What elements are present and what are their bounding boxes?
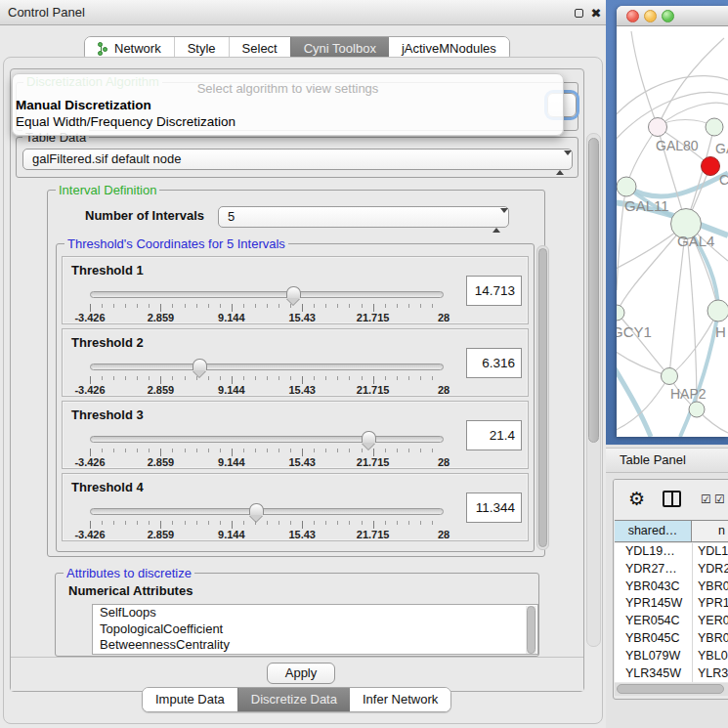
settings-scrollbar[interactable] [586, 133, 601, 647]
node-label: GAL4 [677, 233, 714, 249]
slider-track[interactable] [90, 508, 444, 515]
settings-viewport: Interval Definition Number of Intervals … [11, 182, 583, 657]
node-label: GAL80 [656, 138, 699, 153]
table-toolbar: ⚙ ☑ ☑ [614, 480, 728, 519]
tick-label: 15.43 [288, 456, 316, 468]
tick-label: 2.859 [148, 384, 175, 396]
node-label: GA [715, 141, 728, 156]
number-of-intervals-combobox[interactable]: 5 [218, 206, 509, 228]
slider-handle[interactable] [362, 431, 376, 450]
spinner-icon [492, 211, 501, 231]
gear-icon[interactable]: ⚙ [628, 488, 645, 510]
slider-track[interactable] [90, 364, 444, 370]
table-header-row: shared… n [615, 520, 728, 542]
table-panel-region: Table Panel ⚙ ☑ ☑ shared… n YDL19…YDL1 Y… [606, 445, 728, 728]
node-label: HAP2 [670, 386, 707, 402]
table-row[interactable]: YBR045CYBR0 [615, 630, 728, 648]
dropdown-option-equal-width[interactable]: Equal Width/Frequency Discretization [16, 114, 236, 129]
bottom-tabstrip: Impute Data Discretize Data Infer Networ… [142, 687, 451, 712]
slider-track[interactable] [90, 436, 444, 443]
table-row[interactable]: YPR145WYPR1 [615, 595, 728, 613]
thresholds-scrollbar[interactable] [536, 245, 549, 550]
checkbox-icon[interactable]: ☑ [701, 492, 711, 506]
tick-label: 28 [438, 456, 450, 468]
minimize-traffic-icon[interactable] [644, 10, 657, 22]
numerical-attributes-list[interactable]: SelfLoops TopologicalCoefficient Between… [92, 604, 538, 655]
list-item[interactable]: SelfLoops [93, 605, 537, 621]
slider-handle[interactable] [249, 503, 264, 522]
threshold-value-field[interactable]: 6.316 [466, 348, 522, 378]
thresholds-group: Threshold's Coordinates for 5 Intervals … [56, 243, 535, 552]
column-header-shared-name[interactable]: shared… [615, 521, 692, 541]
close-traffic-icon[interactable] [626, 10, 639, 22]
column-header-name[interactable]: n [692, 521, 728, 541]
table-row[interactable]: YDR27…YDR2 [615, 561, 728, 578]
tab-impute-data[interactable]: Impute Data [143, 688, 237, 711]
tick-label: -3.426 [74, 529, 105, 540]
table-row[interactable]: YBL079WYBL0 [615, 648, 728, 665]
tick-marks-major [90, 449, 444, 456]
checkbox-icon[interactable]: ☑ [714, 492, 725, 506]
network-window: GAL80 GA C GAL11 GAL4 GCY1 H HAP2 [617, 6, 728, 437]
control-panel-titlebar: Control Panel ✖ [0, 0, 606, 25]
table-row[interactable]: YDL19…YDL1 [615, 543, 728, 561]
number-of-intervals-label: Number of Intervals [85, 208, 204, 223]
slider-handle[interactable] [193, 359, 207, 377]
table-hscrollbar[interactable] [615, 683, 728, 696]
threshold-1-panel: Threshold 1 -3.426 2.859 9.144 15.43 21.… [62, 256, 529, 324]
slider-track[interactable] [90, 291, 444, 298]
tick-label: 21.715 [357, 456, 390, 468]
list-scrollbar[interactable] [526, 606, 536, 654]
threshold-label: Threshold 2 [71, 335, 144, 350]
dropdown-option-manual[interactable]: Manual Discretization [16, 98, 151, 112]
tick-label: 9.144 [218, 384, 245, 396]
interval-definition-group: Interval Definition Number of Intervals … [47, 190, 545, 557]
network-canvas[interactable]: GAL80 GA C GAL11 GAL4 GCY1 H HAP2 [617, 26, 728, 437]
tick-label: 15.43 [288, 312, 316, 323]
table-row[interactable]: YBR043CYBR0 [615, 578, 728, 596]
threshold-value-field[interactable]: 14.713 [466, 276, 522, 306]
node-label: GAL11 [624, 197, 669, 214]
network-window-titlebar[interactable] [617, 6, 728, 26]
node-gcy1 [617, 305, 624, 321]
thresholds-group-label: Threshold's Coordinates for 5 Intervals [64, 236, 288, 251]
table-panel-body: ⚙ ☑ ☑ shared… n YDL19…YDL1 YDR27…YDR2 YB… [613, 479, 728, 700]
split-view-icon[interactable] [663, 491, 681, 507]
tab-discretize-data[interactable]: Discretize Data [237, 688, 350, 711]
tick-marks-major [90, 376, 444, 384]
list-item[interactable]: BetweennessCentrality [93, 637, 537, 654]
float-icon[interactable] [572, 7, 585, 21]
list-item[interactable]: TopologicalCoefficient [93, 621, 537, 638]
zoom-traffic-icon[interactable] [662, 10, 674, 22]
table-row[interactable]: YER054CYER0 [615, 613, 728, 630]
numerical-attributes-label: Numerical Attributes [68, 583, 193, 598]
tab-infer-network[interactable]: Infer Network [350, 688, 450, 711]
tick-label: 2.859 [148, 456, 175, 468]
tick-label: 21.715 [357, 312, 390, 323]
threshold-label: Threshold 4 [71, 480, 144, 494]
node-label: GCY1 [617, 323, 652, 340]
tick-label: 15.43 [288, 529, 316, 540]
node-hap2 [662, 368, 678, 385]
table-panel-titlebar: Table Panel [606, 448, 728, 473]
threshold-value-field[interactable]: 11.344 [466, 492, 522, 523]
interval-definition-label: Interval Definition [56, 183, 159, 197]
slider-handle[interactable] [286, 286, 301, 305]
node-ga [706, 118, 723, 136]
threshold-2-panel: Threshold 2 -3.426 2.859 9.144 15.43 21.… [62, 328, 529, 397]
tick-label: 28 [438, 529, 450, 540]
threshold-value-field[interactable]: 21.4 [466, 420, 522, 450]
apply-button[interactable]: Apply [267, 663, 335, 684]
close-icon[interactable]: ✖ [589, 7, 603, 21]
tick-marks-major [90, 304, 444, 312]
table-row[interactable]: YLR345WYLR3 [615, 665, 728, 682]
node-label: C [719, 172, 728, 188]
spinner-icon [556, 153, 565, 173]
tick-label: 15.43 [288, 384, 316, 396]
table-data-combobox[interactable]: galFiltered.sif default node [22, 149, 573, 170]
tick-label: 28 [438, 384, 450, 396]
tick-label: -3.426 [74, 384, 105, 396]
number-of-intervals-value: 5 [228, 209, 235, 224]
node-h [707, 300, 728, 321]
node-red [702, 157, 720, 176]
